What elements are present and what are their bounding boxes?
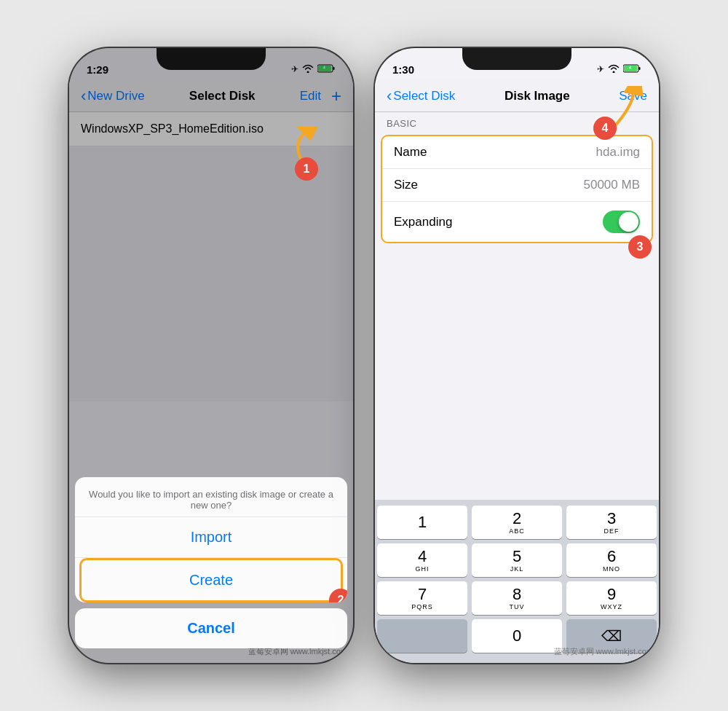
screen1: 1:29 ✈: [69, 48, 353, 663]
watermark2: 蓝莓安卓网 www.lmkjst.com: [554, 646, 653, 657]
key-5[interactable]: 5 JKL: [472, 543, 562, 577]
key-0[interactable]: 0: [472, 619, 562, 653]
spacer: [375, 246, 659, 334]
expanding-row: Expanding: [382, 202, 652, 242]
keyboard-row-3: 7 PQRS 8 TUV 9 WXYZ: [377, 581, 657, 615]
key-4[interactable]: 4 GHI: [377, 543, 467, 577]
status-icons-2: ✈: [597, 64, 641, 75]
wifi-icon2: [608, 64, 620, 75]
screen2: 1:30 ✈: [375, 48, 659, 663]
numeric-keyboard: 1 2 ABC 3 DEF 4 GHI: [375, 500, 659, 663]
delete-icon: ⌫: [601, 627, 622, 645]
nav-title-2: Disk Image: [505, 89, 570, 103]
form-section: Name hda.img Size 50000 MB Expanding: [381, 135, 653, 243]
expanding-toggle[interactable]: [603, 211, 640, 233]
name-row: Name hda.img: [382, 136, 652, 169]
phone2: 1:30 ✈: [375, 48, 659, 663]
size-value[interactable]: 50000 MB: [584, 178, 641, 192]
action-sheet-message: Would you like to import an existing dis…: [75, 477, 347, 517]
key-2[interactable]: 2 ABC: [472, 506, 562, 539]
step4-badge: 4: [593, 117, 617, 140]
battery-icon2: [623, 64, 641, 75]
time-2: 1:30: [392, 63, 414, 76]
keyboard-row-1: 1 2 ABC 3 DEF: [377, 506, 657, 539]
cancel-button[interactable]: Cancel: [75, 608, 347, 648]
step4-area: 4: [593, 86, 644, 140]
action-sheet-options: Would you like to import an existing dis…: [75, 477, 347, 602]
action-sheet: Would you like to import an existing dis…: [69, 471, 353, 663]
keyboard-row-2: 4 GHI 5 JKL 6 MNO: [377, 543, 657, 577]
name-label: Name: [394, 145, 427, 160]
phone1: 1:29 ✈: [69, 48, 353, 663]
key-1[interactable]: 1: [377, 506, 467, 539]
airplane-icon2: ✈: [597, 64, 604, 74]
back-label-2: Select Disk: [393, 89, 455, 103]
step1-area: 1: [274, 127, 318, 181]
key-6[interactable]: 6 MNO: [566, 543, 657, 577]
toggle-knob: [619, 212, 638, 232]
step1-badge: 1: [295, 157, 318, 181]
svg-rect-5: [639, 67, 641, 70]
import-button[interactable]: Import: [75, 517, 347, 558]
size-label: Size: [394, 178, 418, 192]
back-button-2[interactable]: ‹ Select Disk: [387, 87, 455, 106]
key-7[interactable]: 7 PQRS: [377, 581, 467, 615]
step3-badge: 3: [628, 235, 652, 259]
create-button[interactable]: Create: [82, 560, 341, 600]
create-button-wrapper: Create 2: [79, 558, 343, 602]
back-chevron-2: ‹: [387, 87, 392, 106]
notch2: [462, 48, 571, 70]
key-9[interactable]: 9 WXYZ: [566, 581, 657, 615]
expanding-label: Expanding: [394, 215, 452, 229]
size-row: Size 50000 MB: [382, 169, 652, 202]
name-value[interactable]: hda.img: [596, 145, 640, 160]
key-8[interactable]: 8 TUV: [472, 581, 562, 615]
key-3[interactable]: 3 DEF: [566, 506, 657, 539]
key-empty: [377, 619, 467, 653]
screen2-content: BASIC Name hda.img Size 50000 MB Expandi…: [375, 112, 659, 334]
